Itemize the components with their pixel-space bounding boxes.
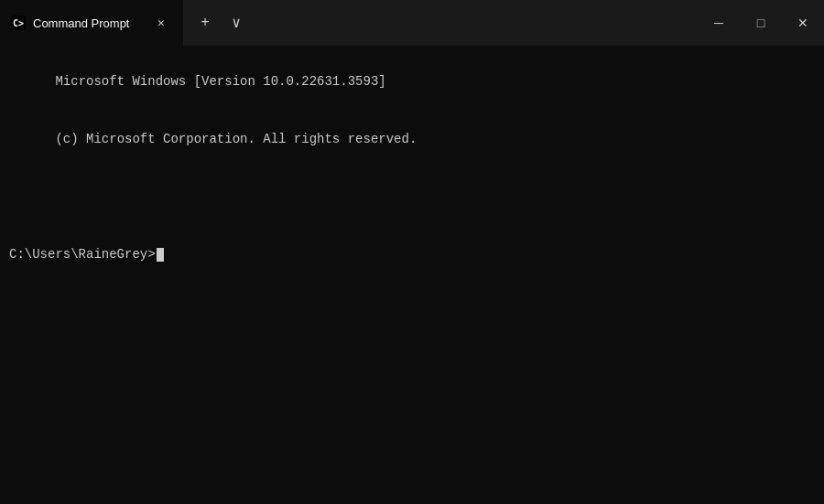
tab-area: C> Command Prompt ✕ + ∨: [0, 0, 698, 46]
cursor: [157, 248, 164, 262]
cmd-icon: C>: [11, 16, 26, 30]
close-button[interactable]: ✕: [782, 0, 824, 46]
tab-close-button[interactable]: ✕: [150, 12, 172, 34]
tab-actions: + ∨: [183, 8, 258, 38]
maximize-button[interactable]: □: [740, 0, 782, 46]
terminal-line2: (c) Microsoft Corporation. All rights re…: [55, 132, 417, 146]
new-tab-button[interactable]: +: [190, 8, 220, 38]
tab-label: Command Prompt: [33, 16, 143, 30]
terminal-output: Microsoft Windows [Version 10.0.22631.35…: [9, 53, 815, 245]
tab-dropdown-button[interactable]: ∨: [222, 8, 251, 38]
titlebar: C> Command Prompt ✕ + ∨ ─ □ ✕: [0, 0, 824, 46]
window-controls: ─ □ ✕: [698, 0, 824, 46]
minimize-button[interactable]: ─: [698, 0, 740, 46]
command-prompt-window: C> Command Prompt ✕ + ∨ ─ □ ✕ Microsoft …: [0, 0, 824, 504]
active-tab[interactable]: C> Command Prompt ✕: [0, 0, 183, 46]
terminal-line1: Microsoft Windows [Version 10.0.22631.35…: [55, 74, 385, 89]
terminal-body[interactable]: Microsoft Windows [Version 10.0.22631.35…: [0, 46, 824, 504]
svg-text:C>: C>: [13, 18, 24, 28]
prompt-line: C:\Users\RaineGrey>: [9, 245, 815, 264]
prompt-text: C:\Users\RaineGrey>: [9, 245, 156, 264]
